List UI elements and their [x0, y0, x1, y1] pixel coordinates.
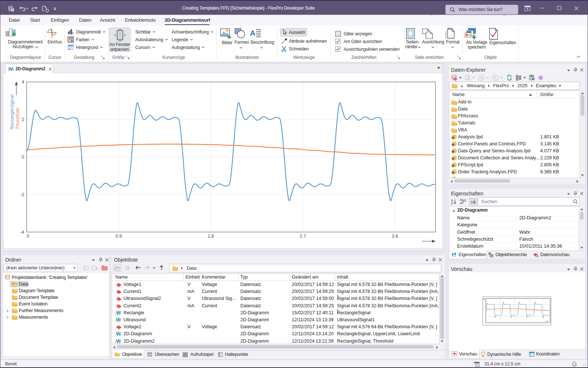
svg-text:2.7: 2.7 — [300, 234, 306, 239]
svg-text:A: A — [250, 29, 255, 37]
svg-text:Threshold: Threshold — [15, 108, 20, 130]
svg-text:Z: Z — [451, 202, 453, 205]
svg-text:-4: -4 — [20, 230, 24, 235]
svg-text:3.6: 3.6 — [392, 234, 398, 239]
svg-text:1.8: 1.8 — [208, 234, 214, 239]
svg-text:0: 0 — [22, 155, 24, 160]
svg-text:0: 0 — [27, 234, 29, 239]
svg-text:2: 2 — [22, 117, 24, 122]
svg-text:0.9: 0.9 — [115, 234, 122, 239]
svg-text:1: 1 — [483, 298, 485, 300]
svg-text:RectangleSignal: RectangleSignal — [9, 94, 15, 130]
svg-text:4: 4 — [22, 79, 24, 85]
svg-text:-2: -2 — [20, 192, 24, 197]
